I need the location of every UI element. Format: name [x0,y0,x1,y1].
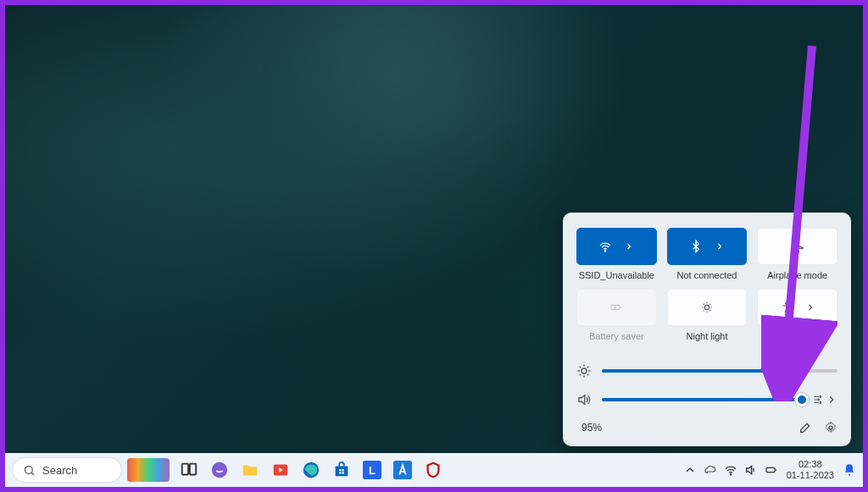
taskbar-search[interactable]: Search [12,457,122,483]
svg-point-5 [820,396,821,398]
battery-percent-label: 95% [581,422,602,434]
clock-date: 01-11-2023 [787,470,834,481]
wifi-tile[interactable] [576,228,657,265]
night-light-icon [700,301,714,314]
brightness-icon [576,363,592,379]
wifi-icon [598,240,612,253]
battery-tray-icon[interactable] [765,463,778,477]
accessibility-icon [780,301,793,314]
quick-settings-panel: SSID_Unavailable Not connected Airplane … [563,213,851,446]
mcafee-app-icon[interactable] [422,459,444,481]
svg-point-3 [785,302,787,305]
volume-tray-icon[interactable] [744,463,758,477]
store-app-icon[interactable] [331,459,353,481]
search-placeholder: Search [42,464,77,477]
taskbar: Search L 02:38 01-11-2023 [5,453,863,487]
settings-button[interactable] [824,421,837,434]
battery-status[interactable]: 95% [576,422,602,434]
airplane-mode-tile[interactable] [757,228,837,265]
mixer-icon [812,394,824,406]
svg-point-0 [605,251,606,252]
wifi-tray-icon[interactable] [724,463,737,477]
movies-app-icon[interactable] [270,459,292,481]
clock-time: 02:38 [787,459,834,470]
svg-point-6 [818,399,820,401]
search-icon [23,464,36,477]
bluetooth-icon [689,240,703,253]
battery-saver-tile [576,289,657,326]
svg-point-9 [829,426,832,429]
battery-saver-tile-label: Battery saver [576,331,657,341]
file-explorer-icon[interactable] [239,459,261,481]
onedrive-tray-icon[interactable] [704,463,717,477]
accessibility-tile-label: Accessibility [757,331,837,341]
battery-saver-icon [609,301,623,314]
svg-point-11 [25,466,33,473]
svg-rect-18 [339,469,341,471]
volume-slider[interactable] [576,392,837,407]
edge-browser-icon[interactable] [300,459,322,481]
svg-point-25 [730,474,731,475]
search-highlight-icon[interactable] [127,458,170,482]
svg-point-4 [581,368,587,373]
svg-point-14 [212,462,227,478]
edit-quick-settings-button[interactable] [798,421,812,434]
svg-rect-26 [766,467,775,472]
airplane-icon [791,240,804,253]
svg-rect-13 [190,464,196,475]
night-light-tile-label: Night light [667,331,748,341]
app-l-icon[interactable]: L [361,459,383,481]
svg-point-2 [704,305,709,309]
bluetooth-tile[interactable] [667,228,748,265]
chevron-right-icon [826,394,837,406]
svg-rect-19 [342,469,343,471]
chevron-right-icon [805,302,815,312]
svg-rect-17 [336,466,348,476]
taskbar-clock[interactable]: 02:38 01-11-2023 [787,459,834,481]
tray-overflow-icon[interactable] [683,463,697,477]
chevron-right-icon [624,241,634,252]
task-view-button[interactable] [178,459,200,481]
volume-icon [576,392,592,407]
app-a-icon[interactable] [392,459,414,481]
svg-text:L: L [369,464,376,477]
accessibility-tile[interactable] [757,289,837,326]
bluetooth-tile-label: Not connected [667,270,748,280]
notifications-tray-icon[interactable] [843,463,856,477]
svg-rect-21 [342,472,343,473]
chat-app-icon[interactable] [209,459,231,481]
svg-rect-12 [182,464,188,475]
airplane-mode-tile-label: Airplane mode [757,270,837,280]
chevron-right-icon [715,241,725,252]
svg-rect-20 [339,472,341,473]
night-light-tile[interactable] [667,289,748,326]
wifi-tile-label: SSID_Unavailable [576,270,657,280]
audio-output-selector[interactable] [812,394,837,406]
brightness-slider[interactable] [576,363,837,379]
svg-point-7 [820,402,821,404]
